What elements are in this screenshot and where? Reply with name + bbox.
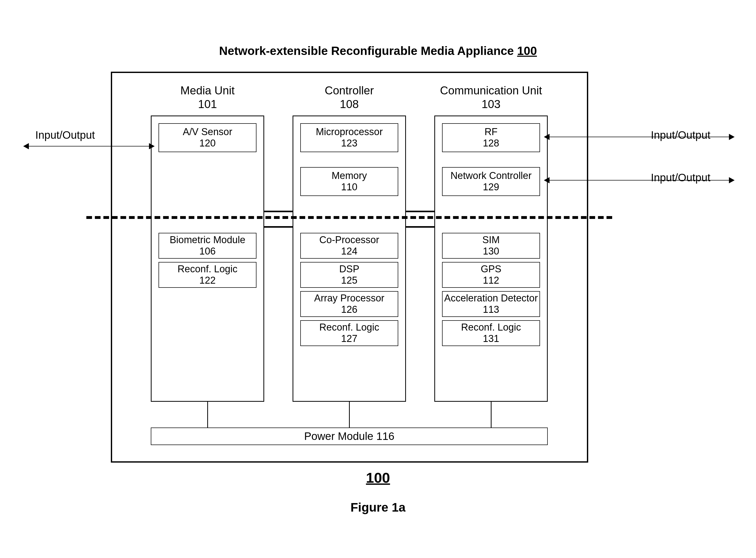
arrow-rf-line: [549, 137, 729, 137]
coprocessor-name: Co-Processor: [319, 234, 379, 246]
dsp-module: DSP 125: [300, 262, 398, 288]
controller-box: [292, 116, 406, 402]
comm-reconf-name: Reconf. Logic: [461, 322, 521, 333]
arrow-net-line: [549, 180, 729, 180]
diagram-title: Network-extensible Reconfigurable Media …: [0, 44, 756, 58]
gps-module: GPS 112: [442, 262, 540, 288]
power-module-name: Power Module: [304, 430, 373, 442]
ctrl-reconf-module: Reconf. Logic 127: [300, 320, 398, 346]
controller-name: Controller: [325, 84, 374, 97]
io-label-left: Input/Output: [35, 129, 95, 141]
drop-comm-power: [491, 402, 492, 428]
arrow-rf-head-in: [544, 134, 550, 140]
dashed-divider: [86, 216, 612, 219]
dsp-ref: 125: [341, 275, 357, 286]
coprocessor-ref: 124: [341, 246, 357, 257]
drop-ctrl-power: [349, 402, 350, 428]
bus-ctrl-comm-bot: [406, 226, 434, 228]
power-module: Power Module 116: [151, 428, 548, 445]
comm-reconf-ref: 131: [483, 333, 499, 345]
title-ref: 100: [517, 44, 537, 57]
array-processor-name: Array Processor: [314, 293, 384, 304]
accel-detector-ref: 113: [483, 304, 499, 315]
sim-name: SIM: [482, 234, 500, 246]
dsp-name: DSP: [339, 263, 359, 275]
network-controller-module: Network Controller 129: [442, 167, 540, 196]
arrow-left-head-out: [23, 143, 29, 149]
controller-header: Controller 108: [292, 84, 406, 111]
memory-ref: 110: [341, 181, 357, 193]
comm-unit-box: [434, 116, 548, 402]
bus-media-ctrl-top: [264, 211, 292, 212]
network-controller-ref: 129: [483, 181, 499, 193]
figure-caption: Figure 1a: [0, 500, 756, 514]
biometric-name: Biometric Module: [170, 234, 245, 246]
sim-ref: 130: [483, 246, 499, 257]
power-module-ref: 116: [376, 430, 394, 442]
media-unit-ref: 101: [151, 98, 264, 111]
bus-media-ctrl-bot: [264, 226, 292, 228]
io-label-right-net: Input/Output: [651, 172, 710, 184]
arrow-left-line: [28, 146, 150, 147]
media-reconf-module: Reconf. Logic 122: [158, 262, 257, 288]
arrow-net-head-in: [544, 177, 550, 183]
figure-ref: 100: [0, 469, 756, 486]
network-controller-name: Network Controller: [450, 170, 532, 181]
gps-ref: 112: [483, 275, 499, 286]
controller-ref: 108: [292, 98, 406, 111]
bus-ctrl-comm-top: [406, 211, 434, 212]
media-unit-header: Media Unit 101: [151, 84, 264, 111]
arrow-left-head-in: [149, 143, 155, 149]
comm-unit-header: Communication Unit 103: [434, 84, 548, 111]
av-sensor-ref: 120: [199, 138, 215, 149]
av-sensor-module: A/V Sensor 120: [158, 123, 257, 152]
microprocessor-module: Microprocessor 123: [300, 123, 398, 152]
coprocessor-module: Co-Processor 124: [300, 233, 398, 259]
drop-media-power: [207, 402, 208, 428]
sim-module: SIM 130: [442, 233, 540, 259]
media-reconf-ref: 122: [199, 275, 215, 286]
accel-detector-module: Acceleration Detector 113: [442, 291, 540, 317]
biometric-module: Biometric Module 106: [158, 233, 257, 259]
biometric-ref: 106: [199, 246, 215, 257]
array-processor-ref: 126: [341, 304, 357, 315]
media-unit-box: [151, 116, 264, 402]
comm-unit-ref: 103: [434, 98, 548, 111]
microprocessor-ref: 123: [341, 138, 357, 149]
comm-reconf-module: Reconf. Logic 131: [442, 320, 540, 346]
arrow-net-head-out: [729, 177, 735, 183]
rf-ref: 128: [483, 138, 499, 149]
media-reconf-name: Reconf. Logic: [178, 263, 237, 275]
gps-name: GPS: [481, 263, 501, 275]
rf-name: RF: [485, 126, 498, 138]
arrow-rf-head-out: [729, 134, 735, 140]
title-text: Network-extensible Reconfigurable Media …: [219, 44, 514, 57]
memory-module: Memory 110: [300, 167, 398, 196]
av-sensor-name: A/V Sensor: [183, 126, 232, 138]
accel-detector-name: Acceleration Detector: [444, 293, 538, 304]
media-unit-name: Media Unit: [180, 84, 235, 97]
ctrl-reconf-name: Reconf. Logic: [319, 322, 379, 333]
ctrl-reconf-ref: 127: [341, 333, 357, 345]
appliance-outer-box: Media Unit 101 Controller 108 Communicat…: [111, 72, 588, 463]
memory-name: Memory: [332, 170, 367, 181]
rf-module: RF 128: [442, 123, 540, 152]
comm-unit-name: Communication Unit: [440, 84, 542, 97]
io-label-right-rf: Input/Output: [651, 129, 710, 141]
array-processor-module: Array Processor 126: [300, 291, 398, 317]
microprocessor-name: Microprocessor: [316, 126, 383, 138]
